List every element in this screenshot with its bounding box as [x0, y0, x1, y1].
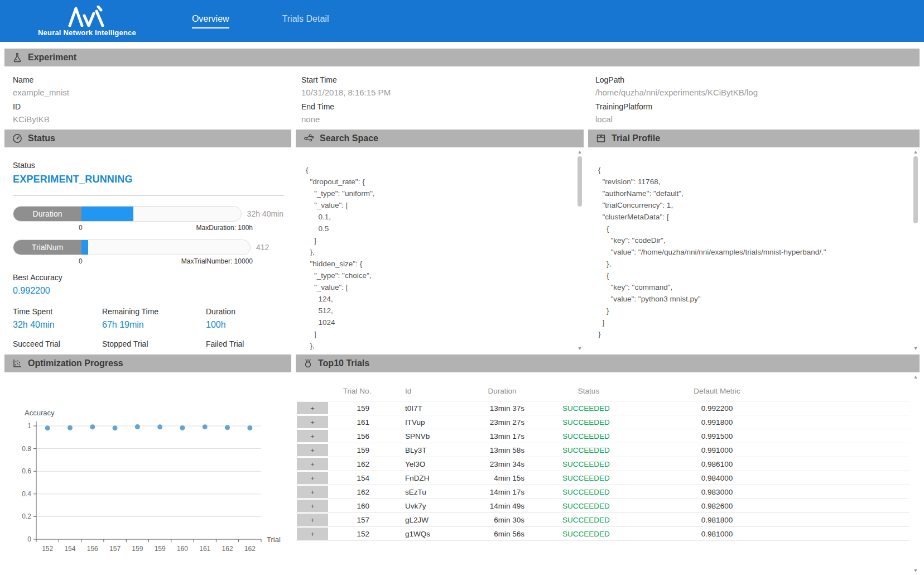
status-panel-header: Status: [4, 130, 291, 147]
nni-logo: Neural Network Intelligence: [38, 6, 136, 37]
scroll-up-icon[interactable]: ▲: [912, 373, 920, 380]
dur-cell: 23min 27s: [458, 415, 547, 429]
stat-time-spent: Time Spent 32h 40min: [13, 307, 102, 330]
scroll-up-icon[interactable]: ▲: [576, 148, 584, 155]
trialnum-bar-value: 412: [256, 243, 269, 252]
optimization-progress-panel: Optimization Progress Accuracy00.20.40.6…: [4, 354, 291, 575]
y-tick-label: 0.8: [22, 445, 31, 453]
expand-row-button[interactable]: +: [297, 444, 328, 456]
scroll-down-icon[interactable]: ▼: [912, 567, 920, 574]
table-row: +160Uvk7y14min 49sSUCCEEDED0.982600: [296, 499, 909, 513]
scatter-point[interactable]: [90, 424, 95, 429]
top10-trials-title: Top10 Trials: [318, 358, 369, 368]
best-accuracy-value: 0.992200: [13, 286, 283, 296]
metric-cell: 0.986100: [631, 457, 803, 471]
no-cell: 157: [329, 513, 385, 527]
best-accuracy-label: Best Accuracy: [13, 273, 283, 282]
best-accuracy-block: Best Accuracy 0.992200: [13, 273, 283, 296]
scatter-point[interactable]: [68, 425, 73, 430]
scroll-down-icon[interactable]: ▼: [576, 345, 584, 352]
id-cell: gL2JW: [385, 513, 458, 527]
y-tick-label: 1: [27, 422, 31, 430]
scatter-point[interactable]: [135, 424, 140, 429]
metric-cell: 0.984000: [631, 471, 803, 485]
tab-overview[interactable]: Overview: [192, 14, 229, 28]
y-tick-label: 0.6: [22, 467, 31, 475]
id-cell: BLy3T: [385, 443, 458, 457]
search-space-title: Search Space: [320, 133, 378, 143]
scatter-point[interactable]: [45, 425, 50, 430]
id-cell: Yel3O: [385, 457, 458, 471]
top-navbar: Neural Network Intelligence Overview Tri…: [0, 0, 924, 42]
scrollbar-thumb[interactable]: [913, 156, 918, 223]
tab-trials-detail[interactable]: Trials Detail: [282, 14, 329, 28]
id-cell: sEzTu: [385, 485, 458, 499]
trial-profile-header: Trial Profile: [588, 130, 920, 147]
expand-row-button[interactable]: +: [297, 402, 328, 414]
no-cell: 159: [329, 401, 385, 415]
nav-tabs: Overview Trials Detail: [192, 14, 329, 28]
table-row: +152g1WQs6min 56sSUCCEEDED0.981000: [296, 527, 909, 541]
no-cell: 160: [329, 499, 385, 513]
search-space-header: Search Space: [296, 130, 584, 147]
table-row: +159t0I7T13min 37sSUCCEEDED0.992200: [296, 401, 909, 415]
top10-table-body: +159t0I7T13min 37sSUCCEEDED0.992200+161I…: [296, 401, 909, 541]
y-tick-label: 0: [27, 535, 31, 543]
x-tick-label: 159: [132, 545, 143, 553]
scatter-point[interactable]: [203, 424, 208, 429]
top10-trials-panel: Top10 Trials Trial No. Id Duration Statu…: [296, 354, 920, 575]
expand-row-button[interactable]: +: [297, 472, 328, 484]
expand-row-button[interactable]: +: [297, 528, 328, 540]
no-cell: 162: [329, 485, 385, 499]
dur-cell: 14min 49s: [458, 499, 547, 513]
search-space-json: { "dropout_rate": { "_type": "uniform", …: [296, 147, 584, 353]
start-time-label: Start Time: [301, 75, 595, 84]
trialnum-bar-label: TrialNum: [13, 240, 81, 255]
training-platform-label: TrainingPlatform: [595, 102, 920, 111]
scatter-point[interactable]: [180, 425, 185, 430]
brand-text: Neural Network Intelligence: [38, 28, 136, 37]
chart-ylabel: Accuracy: [25, 409, 55, 417]
expand-row-button[interactable]: +: [297, 458, 328, 470]
scatter-point[interactable]: [225, 425, 230, 430]
trial-profile-scrollbar: ▲ ▼: [912, 147, 920, 353]
trialnum-bar-fill: [81, 240, 88, 255]
id-value: KCiBytKB: [13, 114, 301, 124]
stat-succeed-trial: Succeed Trial 403: [13, 339, 102, 353]
x-tick-label: 152: [42, 545, 53, 553]
id-cell: SPNVb: [385, 429, 458, 443]
expand-row-button[interactable]: +: [297, 500, 328, 512]
no-cell: 162: [329, 457, 385, 471]
search-space-panel: Search Space { "dropout_rate": { "_type"…: [296, 130, 584, 353]
table-row: +162sEzTu14min 17sSUCCEEDED0.983000: [296, 485, 909, 499]
no-cell: 154: [329, 471, 385, 485]
status-cell: SUCCEEDED: [547, 415, 631, 429]
y-tick-label: 0.2: [22, 512, 31, 520]
experiment-col-3: LogPath /home/quzha/nni/experiments/KCiB…: [595, 75, 920, 129]
flask-icon: [12, 52, 22, 63]
scatter-point[interactable]: [157, 424, 162, 429]
status-cell: SUCCEEDED: [547, 485, 631, 499]
expand-row-button[interactable]: +: [297, 486, 328, 498]
col-trial-no: Trial No.: [329, 385, 385, 401]
expand-row-button[interactable]: +: [297, 514, 328, 526]
trialnum-min: 0: [79, 257, 83, 265]
col-default-metric: Default Metric: [631, 385, 803, 401]
scatter-point[interactable]: [113, 425, 118, 430]
metric-cell: 0.981800: [631, 513, 803, 527]
expand-row-button[interactable]: +: [297, 416, 328, 428]
scatter-point[interactable]: [247, 425, 252, 430]
expand-row-button[interactable]: +: [297, 430, 328, 442]
optimization-scatter-chart[interactable]: Accuracy00.20.40.60.81152154156157159159…: [9, 377, 291, 561]
medal-icon: [304, 358, 312, 368]
scroll-up-icon[interactable]: ▲: [912, 148, 920, 155]
trial-profile-panel: Trial Profile { "revision": 11768, "auth…: [588, 130, 920, 353]
scroll-down-icon[interactable]: ▼: [912, 345, 920, 352]
no-cell: 161: [329, 415, 385, 429]
scrollbar-thumb[interactable]: [578, 156, 582, 207]
status-label: Status: [13, 161, 283, 170]
x-tick-label: 159: [155, 545, 166, 553]
dur-cell: 6min 56s: [458, 527, 547, 541]
table-row: +161ITVup23min 27sSUCCEEDED0.991800: [296, 415, 909, 429]
x-tick-label: 157: [109, 545, 121, 553]
